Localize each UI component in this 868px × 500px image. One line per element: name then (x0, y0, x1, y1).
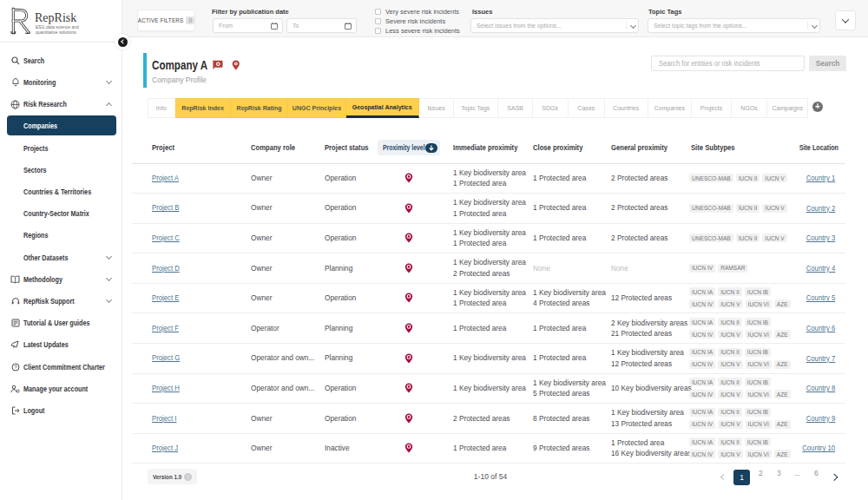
svg-text:?: ? (14, 365, 17, 370)
